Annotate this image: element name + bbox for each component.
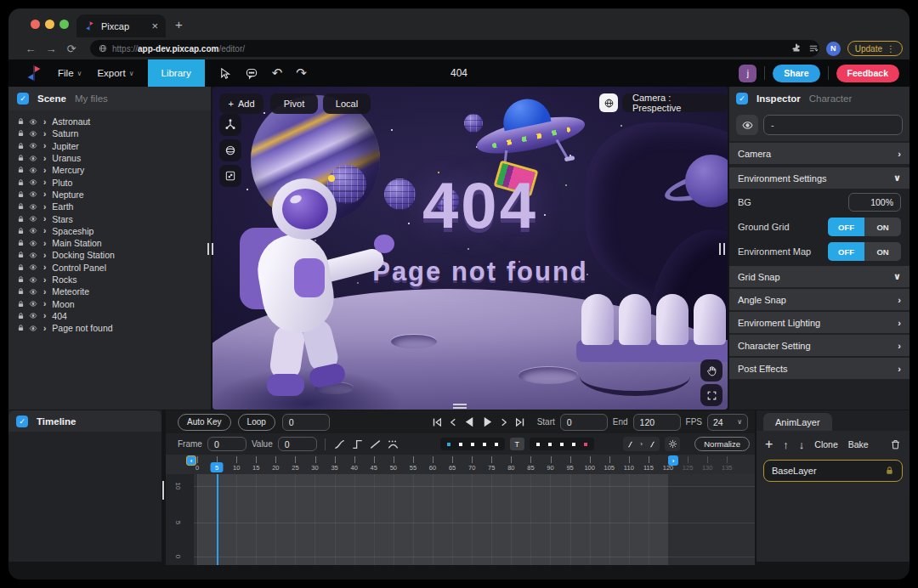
scene-item[interactable]: ›Main Station: [17, 237, 211, 249]
inspector-section-environment-settings[interactable]: Environment Settings ∨: [729, 167, 910, 189]
scene-item[interactable]: ›Page not found: [17, 322, 211, 334]
chevron-right-icon[interactable]: ›: [43, 226, 46, 235]
select-cursor-icon[interactable]: [218, 67, 231, 80]
eye-icon[interactable]: [29, 276, 37, 284]
fullscreen-icon[interactable]: [700, 384, 722, 406]
auto-key-button[interactable]: Auto Key: [178, 414, 231, 431]
eye-icon[interactable]: [29, 130, 37, 138]
lock-icon[interactable]: [17, 129, 25, 138]
loop-button[interactable]: Loop: [238, 414, 275, 431]
forward-icon[interactable]: →: [41, 42, 61, 55]
lock-icon[interactable]: [17, 117, 25, 126]
ease-curve-icon[interactable]: [333, 438, 346, 450]
scene-item[interactable]: ›Moon: [17, 297, 211, 309]
base-layer-input[interactable]: BaseLayer: [763, 460, 903, 482]
chevron-right-icon[interactable]: ›: [43, 239, 46, 248]
curve-transfer-button[interactable]: ›: [623, 437, 660, 451]
pivot-button[interactable]: Pivot: [270, 93, 318, 114]
inspector-section-post-effects[interactable]: Post Effects›: [729, 358, 910, 379]
pan-hand-icon[interactable]: [700, 359, 722, 382]
scene-item[interactable]: ›Meteorite: [17, 286, 211, 297]
clone-button[interactable]: Clone: [814, 439, 837, 449]
chevron-right-icon[interactable]: ›: [43, 299, 46, 308]
eye-icon[interactable]: [29, 178, 37, 186]
visibility-eye-icon[interactable]: [736, 115, 758, 135]
timeline-ruler[interactable]: 0510152025303540455055606570758085909510…: [166, 455, 755, 474]
lock-icon[interactable]: [17, 287, 25, 296]
lock-icon[interactable]: [17, 178, 25, 187]
keyframe-dot[interactable]: [471, 443, 474, 446]
linear-curve-icon[interactable]: [369, 438, 382, 450]
share-button[interactable]: Share: [773, 65, 819, 82]
rotate-tool-button[interactable]: [219, 139, 241, 161]
tab-timeline[interactable]: Timeline: [37, 416, 76, 427]
minimize-window-button[interactable]: [45, 20, 54, 29]
keyframe-dot[interactable]: [572, 443, 575, 446]
redo-icon[interactable]: ↷: [296, 65, 307, 81]
play-backward-icon[interactable]: [463, 416, 476, 428]
scene-item[interactable]: ›Spaceship: [17, 225, 211, 237]
pixcap-logo[interactable]: [26, 64, 42, 82]
keyframe-dot[interactable]: [447, 443, 450, 446]
skip-to-start-icon[interactable]: [431, 416, 443, 428]
lock-icon[interactable]: [17, 202, 25, 211]
eye-icon[interactable]: [29, 263, 37, 271]
start-input[interactable]: [560, 414, 608, 431]
scene-item[interactable]: ›Uranus: [17, 152, 211, 164]
panel-resize-handle[interactable]: [207, 243, 213, 255]
eye-icon[interactable]: [29, 252, 37, 259]
chevron-right-icon[interactable]: ›: [43, 202, 46, 212]
back-icon[interactable]: ←: [20, 42, 41, 55]
chevron-right-icon[interactable]: ›: [43, 275, 46, 285]
move-layer-up-icon[interactable]: ↑: [783, 438, 789, 451]
keyframe-dot[interactable]: [584, 443, 587, 446]
playhead-line[interactable]: [217, 474, 218, 565]
bake-button[interactable]: Bake: [848, 439, 869, 449]
close-window-button[interactable]: [31, 20, 40, 29]
add-button[interactable]: + Add: [219, 93, 264, 114]
keyframe-dot[interactable]: [548, 443, 552, 446]
viewport-bottom-grip[interactable]: [453, 404, 467, 409]
eye-icon[interactable]: [29, 312, 37, 319]
new-tab-button[interactable]: +: [175, 17, 183, 31]
scene-item[interactable]: ›Mercury: [17, 164, 211, 176]
inspector-section-character-setting[interactable]: Character Setting›: [729, 335, 910, 356]
scene-item[interactable]: ›Docking Station: [17, 249, 211, 261]
reading-list-icon[interactable]: [808, 43, 819, 54]
ground-grid-on[interactable]: ON: [864, 218, 901, 236]
previous-frame-icon[interactable]: [448, 417, 458, 427]
chevron-right-icon[interactable]: ›: [43, 189, 46, 199]
user-avatar[interactable]: j: [739, 65, 756, 82]
browser-tab[interactable]: Pixcap ×: [76, 14, 166, 37]
chevron-right-icon[interactable]: ›: [43, 311, 46, 320]
scene-item[interactable]: ›Rocks: [17, 274, 211, 286]
gear-icon[interactable]: [665, 437, 680, 451]
inspector-section-camera[interactable]: Camera ›: [729, 143, 910, 164]
eye-icon[interactable]: [29, 215, 37, 223]
ground-grid-off[interactable]: OFF: [828, 218, 864, 236]
value-input[interactable]: [278, 437, 317, 451]
eye-icon[interactable]: [29, 288, 37, 296]
plateau-curve-icon[interactable]: [387, 438, 400, 450]
keyframe-dots-right[interactable]: [530, 438, 594, 450]
lock-icon[interactable]: [17, 166, 25, 174]
keyframe-dot[interactable]: [495, 443, 498, 446]
lock-icon[interactable]: [17, 324, 25, 332]
range-end-marker[interactable]: ›: [668, 455, 678, 466]
scene-item[interactable]: ›Astronaut: [17, 116, 211, 127]
frame-input[interactable]: [207, 437, 246, 451]
panel-resize-handle[interactable]: [719, 243, 725, 255]
range-start-marker[interactable]: ‹: [186, 455, 196, 466]
export-menu[interactable]: Export ∨: [97, 68, 133, 78]
extensions-puzzle-icon[interactable]: [791, 43, 802, 54]
tab-close-icon[interactable]: ×: [151, 20, 158, 32]
lock-icon[interactable]: [17, 239, 25, 247]
delete-layer-trash-icon[interactable]: [890, 438, 901, 450]
chevron-right-icon[interactable]: ›: [43, 154, 46, 163]
lock-icon[interactable]: [17, 215, 25, 223]
chevron-right-icon[interactable]: ›: [43, 287, 46, 297]
eye-icon[interactable]: [29, 203, 37, 211]
library-button[interactable]: Library: [148, 59, 205, 87]
eye-icon[interactable]: [29, 240, 37, 247]
chevron-right-icon[interactable]: ›: [43, 214, 46, 223]
